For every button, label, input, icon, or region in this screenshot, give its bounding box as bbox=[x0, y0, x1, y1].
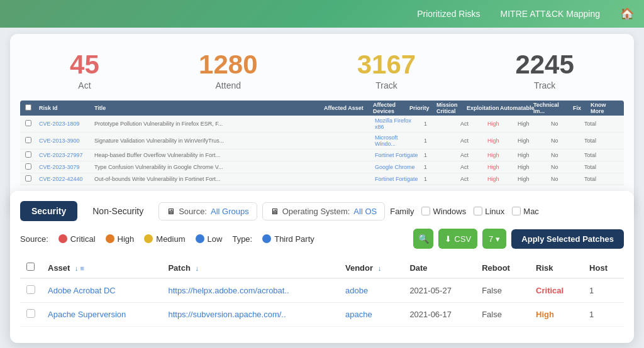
foreground-card: Security Non-Security 🖥 Source: All Grou… bbox=[10, 191, 634, 343]
td-host-0: 1 bbox=[583, 278, 624, 303]
sort-icon-patch[interactable]: ↓ bbox=[195, 264, 199, 272]
stat-track-dark-number: 2245 bbox=[515, 52, 574, 78]
stat-track-dark: 2245 Track bbox=[515, 52, 574, 90]
row-checkbox-1[interactable] bbox=[26, 309, 35, 318]
source-row: Source: Critical High Medium Low Type: T… bbox=[20, 229, 624, 249]
type-chip-third-party[interactable]: Third Party bbox=[262, 234, 314, 244]
mac-checkbox-item[interactable]: Mac bbox=[512, 207, 539, 216]
th-reboot: Reboot bbox=[475, 258, 530, 278]
th-host: Host bbox=[583, 258, 624, 278]
csv-button[interactable]: ⬇ CSV bbox=[438, 229, 477, 249]
medium-dot bbox=[144, 234, 153, 243]
td-patch-0[interactable]: https://helpx.adobe.com/acrobat.. bbox=[162, 278, 339, 303]
td-host-1: 1 bbox=[583, 303, 624, 327]
td-checkbox-1 bbox=[20, 303, 42, 327]
sort-icon-vendor[interactable]: ↓ bbox=[378, 264, 382, 272]
stat-track-yellow: 3167 Track bbox=[357, 52, 416, 90]
family-label: Family bbox=[390, 207, 414, 216]
table-row: Apache Superversion https://subversion.a… bbox=[20, 303, 624, 327]
chevron-down-icon: ▾ bbox=[496, 234, 500, 244]
table-row: Adobe Acrobat DC https://helpx.adobe.com… bbox=[20, 278, 624, 303]
csv-label: CSV bbox=[454, 234, 471, 244]
td-risk-0: Critical bbox=[530, 278, 583, 303]
sort-icon-asset[interactable]: ↓ ≡ bbox=[75, 264, 84, 272]
select-all-checkbox[interactable] bbox=[26, 263, 35, 271]
stat-attend-number: 1280 bbox=[199, 52, 257, 78]
td-reboot-0: False bbox=[475, 278, 530, 303]
linux-checkbox[interactable] bbox=[474, 207, 482, 215]
tab-security[interactable]: Security bbox=[20, 201, 77, 221]
stats-row: 45 Act 1280 Attend 3167 Track 2245 Track bbox=[20, 44, 624, 101]
windows-label: Windows bbox=[433, 207, 466, 216]
th-checkbox bbox=[20, 258, 42, 278]
action-group: 🔍 ⬇ CSV 7 ▾ Apply Selected Patches bbox=[413, 229, 624, 249]
home-icon[interactable]: 🏠 bbox=[620, 7, 634, 21]
td-date-0: 2021-05-27 bbox=[403, 278, 475, 303]
search-button[interactable]: 🔍 bbox=[413, 229, 433, 249]
stat-attend-label: Attend bbox=[199, 80, 257, 90]
th-patch-label: Patch bbox=[168, 263, 190, 273]
monitor-icon: 🖥 bbox=[167, 207, 175, 216]
td-asset-0[interactable]: Adobe Acrobat DC bbox=[42, 278, 162, 303]
data-table: Asset ↓ ≡ Patch ↓ Vendor ↓ Date Reboot R… bbox=[20, 258, 624, 327]
source-filter-group[interactable]: 🖥 Source: All Groups bbox=[158, 202, 257, 220]
stat-act-number: 45 bbox=[70, 52, 99, 78]
mini-table-row: CVE-2013-3900 Signature Validation Vulne… bbox=[20, 133, 624, 150]
os-filter-group[interactable]: 🖥 Operating System: All OS bbox=[262, 202, 386, 220]
mini-table-row: CVE-2023-1809 Prototype Pollution Vulner… bbox=[20, 116, 624, 133]
mini-table-row: CVE-2023-27997 Heap-based Buffer Overflo… bbox=[20, 150, 624, 161]
td-date-1: 2021-06-17 bbox=[403, 303, 475, 327]
chip-high[interactable]: High bbox=[106, 234, 135, 244]
chip-medium-label: Medium bbox=[156, 234, 185, 244]
mini-table-row: CVE-2023-3079 Type Confusion Vulnerabili… bbox=[20, 161, 624, 173]
td-vendor-0[interactable]: adobe bbox=[339, 278, 403, 303]
source-row-label: Source: bbox=[20, 234, 48, 244]
third-party-dot bbox=[262, 234, 271, 243]
td-vendor-1[interactable]: apache bbox=[339, 303, 403, 327]
tab-row: Security Non-Security 🖥 Source: All Grou… bbox=[20, 201, 624, 221]
mini-table-container: Risk Id Title Affected Asset Affected De… bbox=[20, 101, 624, 185]
linux-label: Linux bbox=[485, 207, 504, 216]
chip-low[interactable]: Low bbox=[196, 234, 223, 244]
os-filter-label: Operating System: bbox=[282, 207, 350, 216]
source-filter-label: Source: bbox=[179, 207, 207, 216]
windows-checkbox[interactable] bbox=[421, 207, 430, 215]
mini-table-header: Risk Id Title Affected Asset Affected De… bbox=[20, 101, 624, 116]
mac-checkbox[interactable] bbox=[512, 207, 521, 215]
td-reboot-1: False bbox=[475, 303, 530, 327]
nav-mitre-mapping[interactable]: MITRE ATT&CK Mapping bbox=[501, 9, 600, 19]
row-checkbox-0[interactable] bbox=[26, 285, 35, 294]
stat-attend: 1280 Attend bbox=[199, 52, 257, 90]
high-dot bbox=[106, 234, 114, 243]
count-value: 7 bbox=[489, 234, 493, 244]
mini-table-row: CVE-2022-42440 Out-of-bounds Write Vulne… bbox=[20, 173, 624, 185]
count-button[interactable]: 7 ▾ bbox=[482, 229, 506, 249]
download-icon: ⬇ bbox=[445, 234, 452, 244]
background-card: 45 Act 1280 Attend 3167 Track 2245 Track… bbox=[10, 34, 634, 216]
td-patch-1[interactable]: https://subversion.apache.com/.. bbox=[162, 303, 339, 327]
td-asset-1[interactable]: Apache Superversion bbox=[42, 303, 162, 327]
chip-high-label: High bbox=[118, 234, 135, 244]
os-icon: 🖥 bbox=[270, 207, 279, 216]
th-patch[interactable]: Patch ↓ bbox=[162, 258, 339, 278]
os-filter-value[interactable]: All OS bbox=[353, 207, 377, 216]
table-header-row: Asset ↓ ≡ Patch ↓ Vendor ↓ Date Reboot R… bbox=[20, 258, 624, 278]
chip-critical[interactable]: Critical bbox=[58, 234, 96, 244]
chip-critical-label: Critical bbox=[70, 234, 96, 244]
stat-track-dark-label: Track bbox=[515, 80, 574, 90]
th-date: Date bbox=[403, 258, 475, 278]
th-asset[interactable]: Asset ↓ ≡ bbox=[42, 258, 162, 278]
critical-dot bbox=[58, 234, 67, 243]
tab-non-security[interactable]: Non-Security bbox=[82, 201, 153, 221]
th-vendor-label: Vendor bbox=[345, 263, 373, 273]
th-vendor[interactable]: Vendor ↓ bbox=[339, 258, 403, 278]
apply-patches-button[interactable]: Apply Selected Patches bbox=[511, 229, 624, 249]
top-nav: Prioritized Risks MITRE ATT&CK Mapping 🏠 bbox=[0, 0, 644, 28]
windows-checkbox-item[interactable]: Windows bbox=[421, 207, 466, 216]
nav-prioritized-risks[interactable]: Prioritized Risks bbox=[417, 9, 480, 19]
mac-label: Mac bbox=[523, 207, 539, 216]
chip-medium[interactable]: Medium bbox=[144, 234, 185, 244]
stat-act-label: Act bbox=[70, 80, 99, 90]
linux-checkbox-item[interactable]: Linux bbox=[474, 207, 504, 216]
source-filter-value[interactable]: All Groups bbox=[211, 207, 249, 216]
